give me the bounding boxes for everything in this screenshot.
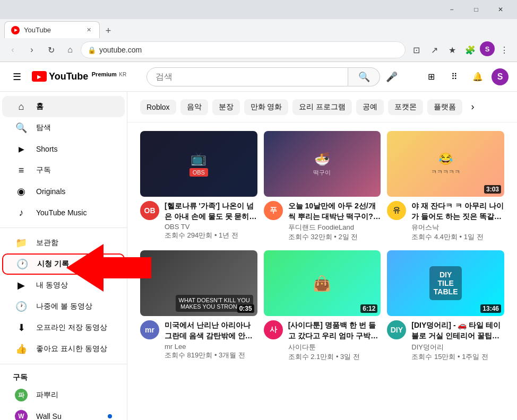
maximize-button[interactable]: □: [464, 0, 488, 19]
search-bar[interactable]: [147, 67, 348, 86]
apps-button[interactable]: ⠿: [445, 67, 464, 86]
search-button[interactable]: 🔍: [348, 67, 380, 86]
bookmark-button[interactable]: ★: [444, 41, 461, 58]
header-actions: ⊞ ⠿ 🔔 S: [421, 67, 509, 86]
menu-button[interactable]: ⋮: [496, 41, 513, 58]
sidebar-watch-later-label: 나중에 볼 동영상: [36, 302, 92, 311]
papuri-label: 파뿌리: [36, 390, 58, 400]
hamburger-menu[interactable]: ☰: [8, 67, 25, 87]
video-info-3: 유 야 재 잔다ㅋ ㅋ 아무리 나이가 들어도 하는 짓은 똑같은 남자... …: [387, 201, 504, 242]
home-button[interactable]: ⌂: [62, 41, 79, 58]
video-thumbnail-5: 👜 6:12: [264, 250, 381, 316]
navigation-bar: ‹ › ↻ ⌂ 🔒 youtube.com ⊡ ↗ ★ 🧩 S ⋮: [0, 38, 517, 62]
liked-icon: 👍: [15, 343, 28, 355]
video-info-1: OB [헬로나류 '가족'] 나온이 넘은 아내 손에 물도 못 묻히게 하는 …: [140, 201, 257, 240]
video-title-1: [헬로나류 '가족'] 나온이 넘은 아내 손에 물도 못 묻히게 하는 ...: [165, 201, 257, 222]
filter-chip-roblox[interactable]: Roblox: [140, 100, 176, 115]
security-icon: 🔒: [88, 46, 96, 54]
profile-button[interactable]: S: [480, 41, 495, 56]
filter-chip-animation[interactable]: 만화 영화: [244, 99, 289, 115]
close-button[interactable]: ✕: [488, 0, 513, 19]
sidebar-subscription-wallsu[interactable]: W Wall Su: [2, 406, 125, 420]
watch-later-icon: 🕐: [15, 301, 28, 312]
library-icon: 📁: [15, 237, 28, 249]
video-meta-1: [헬로나류 '가족'] 나온이 넘은 아내 손에 물도 못 묻히게 하는 ...…: [165, 201, 257, 240]
video-card-5[interactable]: 👜 6:12 사 [사이다툰] 명품백 한 번 들고 갔다고 우리 엄마 구박하…: [264, 250, 381, 361]
sidebar-item-explore[interactable]: 🔍 탐색: [2, 117, 125, 138]
extensions-button[interactable]: 🧩: [462, 41, 479, 58]
sidebar-shorts-label: Shorts: [36, 145, 57, 153]
cast-button[interactable]: ⊡: [408, 41, 425, 58]
tab-close-button[interactable]: ✕: [84, 26, 93, 34]
video-stats-3: 조회수 4.4만회 • 1일 전: [411, 232, 504, 242]
video-channel-1: OBS TV: [165, 223, 257, 231]
filter-chip-cooking[interactable]: 요리 프로그램: [292, 99, 352, 115]
sidebar-originals-label: Originals: [36, 187, 65, 196]
video-meta-6: [DIY덩어리] - 🚗 타일 테이블로 거실 인테리어 꿀팁완 찍기 A...…: [411, 320, 504, 361]
channel-avatar-6: DIY: [387, 320, 406, 339]
sidebar-item-originals[interactable]: ◉ Originals: [2, 181, 125, 202]
channel-avatar-3: 유: [387, 201, 406, 220]
sidebar-item-shorts[interactable]: ▶ Shorts: [2, 138, 125, 160]
downloads-icon: ⬇: [15, 322, 28, 334]
video-card-4[interactable]: WHAT DOESN'T KILL YOUMAKES YOU STRONGER …: [140, 250, 257, 361]
address-bar[interactable]: 🔒 youtube.com: [81, 41, 406, 58]
filter-chip-platform[interactable]: 플랫폼: [427, 99, 462, 115]
reload-button[interactable]: ↻: [42, 41, 59, 58]
home-icon: ⌂: [15, 101, 28, 112]
sidebar-subscription-papuri[interactable]: 파 파뿌리: [2, 384, 125, 406]
minimize-button[interactable]: −: [440, 0, 464, 19]
video-card-1[interactable]: 📺 OBS OB [헬로나류 '가족'] 나온이 넘은 아내 손에 물도 못 묻…: [140, 131, 257, 242]
video-stats-5: 조회수 2.1만회 • 3일 전: [288, 352, 381, 362]
wallsu-avatar: W: [15, 410, 28, 420]
youtube-region: KR: [119, 72, 126, 77]
explore-icon: 🔍: [15, 122, 28, 134]
filter-chip-music[interactable]: 음악: [180, 99, 208, 115]
sidebar-explore-label: 탐색: [36, 123, 51, 133]
channel-avatar-5: 사: [264, 320, 283, 339]
video-duration-5: 6:12: [360, 304, 377, 313]
video-duration-4: 0:35: [237, 304, 254, 313]
subscriptions-section-title: 구독: [0, 369, 127, 384]
back-button[interactable]: ‹: [4, 41, 21, 58]
video-stats-2: 조회수 32만회 • 2일 전: [288, 232, 381, 242]
video-meta-2: 오늘 10날만에 아두 2선/개씩 뿌리는 대박난 떡구이?부터 새벽... 푸…: [288, 201, 381, 242]
new-tab-button[interactable]: +: [101, 23, 116, 38]
search-input[interactable]: [156, 72, 339, 82]
create-button[interactable]: ⊞: [421, 67, 441, 86]
video-info-4: mr 미국에서 난리난 아리아나 그란데 음색 감탄밖에 안나옴 mr Lee …: [140, 320, 257, 360]
tab-bar: YouTube ✕ +: [0, 19, 517, 38]
filter-chip-craft[interactable]: 공예: [356, 99, 384, 115]
sidebar-item-downloads[interactable]: ⬇ 오프라인 저장 동영상: [2, 317, 125, 338]
sidebar-downloads-label: 오프라인 저장 동영상: [36, 323, 107, 332]
video-card-2[interactable]: 🍜 떡구이 푸 오늘 10날만에 아두 2선/개씩 뿌리는 대박난 떡구이?부터…: [264, 131, 381, 242]
video-meta-5: [사이다툰] 명품백 한 번 들고 갔다고 우리 엄마 구박하는 시대... 사…: [288, 320, 381, 361]
video-title-5: [사이다툰] 명품백 한 번 들고 갔다고 우리 엄마 구박하는 시대...: [288, 320, 381, 341]
filter-chip-pokemon[interactable]: 포캣몬: [388, 99, 423, 115]
filter-more-button[interactable]: ›: [467, 98, 478, 116]
sidebar-item-liked[interactable]: 👍 좋아요 표시한 동영상: [2, 338, 125, 360]
youtube-logo[interactable]: YouTube Premium KR: [32, 71, 126, 82]
sidebar-item-music[interactable]: ♪ YouTube Music: [2, 202, 125, 223]
sidebar-item-library[interactable]: 📁 보관함: [2, 232, 125, 253]
share-button[interactable]: ↗: [426, 41, 443, 58]
video-card-3[interactable]: 😂 ㅋㅋㅋㅋㅋ 3:03 유 야 재 잔다ㅋ ㅋ 아무리 나이가 들어도 하는 …: [387, 131, 504, 242]
sidebar-item-watch-history[interactable]: 🕐 시청 기록: [2, 253, 125, 275]
sidebar-item-subscriptions[interactable]: ≡ 구독: [2, 160, 125, 181]
active-tab[interactable]: YouTube ✕: [4, 21, 100, 38]
voice-search-button[interactable]: 🎤: [382, 67, 401, 86]
sidebar-item-watch-later[interactable]: 🕐 나중에 볼 동영상: [2, 296, 125, 317]
video-title-4: 미국에서 난리난 아리아나 그란데 음색 감탄밖에 안나옴: [165, 320, 257, 341]
sidebar-item-home[interactable]: ⌂ 홈: [2, 96, 125, 117]
sidebar-subscriptions-label: 구독: [36, 165, 51, 175]
title-bar: − □ ✕: [0, 0, 517, 19]
forward-button[interactable]: ›: [23, 41, 40, 58]
user-avatar[interactable]: S: [492, 68, 509, 85]
sidebar-liked-label: 좋아요 표시한 동영상: [36, 344, 107, 354]
filter-chip-costume[interactable]: 분장: [212, 99, 240, 115]
notifications-button[interactable]: 🔔: [468, 67, 487, 86]
sidebar-item-my-videos[interactable]: ▶ 내 동영상: [2, 275, 125, 296]
video-card-6[interactable]: DIYTILETABLE 13:46 DIY [DIY덩어리] - 🚗 타일 테…: [387, 250, 504, 361]
video-duration-3: 3:03: [484, 185, 501, 194]
url-display: youtube.com: [99, 46, 399, 54]
